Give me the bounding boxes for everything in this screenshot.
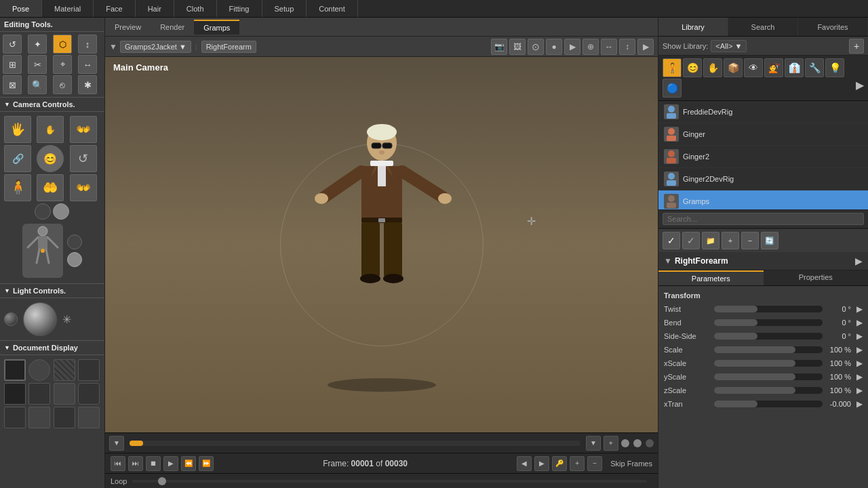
tool-cut[interactable]: ✂ [28, 55, 47, 74]
prop-slider-twist[interactable] [714, 306, 823, 312]
prop-slider-zscale[interactable] [714, 387, 823, 394]
doc-btn-6[interactable] [28, 383, 50, 405]
prop-expand-twist[interactable]: ▶ [856, 304, 863, 314]
pb-play[interactable]: ▶ [163, 456, 178, 471]
library-search-input[interactable] [663, 213, 864, 225]
lib-icon-hands[interactable]: ✋ [703, 58, 722, 77]
timeline-track[interactable] [130, 441, 580, 446]
tab-cloth[interactable]: Cloth [174, 0, 217, 17]
lib-check-btn[interactable]: ✓ [663, 232, 680, 249]
lib-remove-item-btn[interactable]: − [741, 232, 759, 249]
cam-circle-2[interactable] [53, 203, 69, 220]
doc-btn-1[interactable] [4, 359, 26, 381]
prop-expand-yscale[interactable]: ▶ [856, 372, 863, 382]
pb-first[interactable]: ⏮ [111, 456, 125, 471]
tool-escape[interactable]: ⎋ [53, 75, 72, 94]
tab-content[interactable]: Content [307, 0, 358, 17]
vp-tool-render[interactable]: 🖼 [509, 39, 526, 55]
vp-tool-misc1[interactable]: ⊕ [583, 39, 599, 55]
lib-icon-figure[interactable]: 🧍 [663, 58, 682, 77]
lib-icon-hair[interactable]: 💇 [764, 58, 783, 77]
cam-btn-rotate-cam[interactable]: ↺ [70, 145, 97, 172]
pb-plus[interactable]: + [570, 456, 585, 471]
cam-side-circle-2[interactable] [67, 252, 82, 267]
timeline-misc[interactable]: ⌖ [604, 436, 618, 451]
lib-expand-btn[interactable]: ▶ [856, 79, 864, 98]
doc-btn-7[interactable] [54, 383, 75, 405]
lib-item-freddiedevrig[interactable]: FreddieDevRig [658, 101, 868, 123]
light-sphere[interactable] [23, 302, 57, 336]
viewport-content[interactable]: Main Camera ✛ [105, 57, 658, 432]
tab-parameters[interactable]: Parameters [658, 270, 764, 285]
vp-tool-play[interactable]: ▶ [564, 39, 580, 55]
doc-btn-12[interactable] [78, 407, 100, 428]
prop-slider-xtran[interactable] [714, 401, 823, 407]
document-display-header[interactable]: ▼ Document Display [0, 340, 104, 355]
lib-item-gramps[interactable]: Gramps [658, 190, 868, 209]
prop-slider-xscale[interactable] [714, 360, 823, 367]
loop-track[interactable] [132, 480, 647, 483]
vp-tool-circle[interactable]: ⊙ [528, 39, 544, 55]
prop-expand-xtran[interactable]: ▶ [856, 399, 863, 409]
tab-properties[interactable]: Properties [764, 270, 869, 285]
pb-key[interactable]: 🔑 [552, 456, 567, 471]
vp-tool-misc4[interactable]: ▶ [637, 39, 654, 55]
camera-controls-header[interactable]: ▼ Camera Controls. [0, 97, 104, 112]
pb-step-back[interactable]: ⏪ [181, 456, 196, 471]
tab-library[interactable]: Library [658, 18, 728, 36]
tool-select[interactable]: ⊠ [3, 75, 22, 94]
vp-tool-misc2[interactable]: ↔ [601, 39, 617, 55]
properties-expand-btn[interactable]: ▶ [855, 256, 863, 266]
tab-preview[interactable]: Preview [105, 20, 151, 34]
lib-icon-clothes[interactable]: 👔 [785, 58, 804, 77]
vp-tool-dot[interactable]: ● [546, 39, 562, 55]
tab-setup[interactable]: Setup [262, 0, 307, 17]
prop-slider-scale[interactable] [714, 346, 823, 353]
prop-slider-yscale[interactable] [714, 373, 823, 380]
cam-btn-hand-both[interactable]: 👐 [70, 116, 97, 143]
lib-icon-eyes[interactable]: 👁 [744, 58, 763, 77]
vp-tool-camera[interactable]: 📷 [491, 39, 507, 55]
tab-search[interactable]: Search [728, 18, 798, 36]
doc-btn-4[interactable] [78, 359, 100, 381]
prop-expand-scale[interactable]: ▶ [856, 345, 863, 354]
timeline-expand-btn[interactable]: ▼ [586, 436, 601, 451]
cam-btn-chain[interactable]: 🔗 [4, 145, 31, 172]
lib-item-ginger2devrig[interactable]: Ginger2DevRig [658, 168, 868, 190]
prop-slider-sideside[interactable] [714, 333, 823, 340]
pb-step-fwd[interactable]: ⏩ [199, 456, 214, 471]
cam-btn-mirror[interactable]: 👐 [70, 174, 97, 201]
tab-render[interactable]: Render [151, 20, 194, 34]
doc-btn-8[interactable] [78, 383, 100, 405]
library-add-btn[interactable]: + [849, 39, 864, 54]
doc-btn-2[interactable] [28, 359, 50, 381]
lib-item-ginger[interactable]: Ginger [658, 123, 868, 146]
prop-expand-zscale[interactable]: ▶ [856, 386, 863, 395]
tool-active[interactable]: ⬡ [53, 35, 72, 54]
cam-circle-1[interactable] [35, 203, 51, 220]
tool-scale[interactable]: ↕ [78, 35, 97, 54]
tab-pose[interactable]: Pose [0, 0, 42, 17]
tool-rotate[interactable]: ↺ [3, 35, 22, 54]
tab-gramps[interactable]: Gramps [194, 20, 239, 35]
cam-btn-hand-left[interactable]: 🖐 [4, 116, 31, 143]
doc-btn-10[interactable] [28, 407, 50, 428]
lib-check-outline-btn[interactable]: ✓ [682, 232, 700, 249]
prop-expand-bend[interactable]: ▶ [856, 318, 863, 327]
cam-side-circle-1[interactable] [67, 235, 82, 249]
library-dropdown[interactable]: <All> ▼ [711, 40, 747, 52]
tab-hair[interactable]: Hair [136, 0, 174, 17]
tab-material[interactable]: Material [42, 0, 94, 17]
tab-favorites[interactable]: Favorites [798, 18, 868, 36]
pb-minus[interactable]: − [587, 456, 602, 471]
posing-figure[interactable] [22, 224, 63, 278]
lib-add-item-btn[interactable]: + [722, 232, 739, 249]
prop-slider-bend[interactable] [714, 319, 823, 326]
tool-transform[interactable]: ✦ [28, 35, 47, 54]
lib-folder-btn[interactable]: 📁 [702, 232, 719, 249]
pb-stop[interactable]: ⏹ [146, 456, 161, 471]
doc-btn-11[interactable] [54, 407, 75, 428]
cam-btn-hand-right[interactable]: ✋ [37, 116, 64, 143]
lib-icon-misc1[interactable]: 🔧 [805, 58, 824, 77]
tab-face[interactable]: Face [94, 0, 135, 17]
